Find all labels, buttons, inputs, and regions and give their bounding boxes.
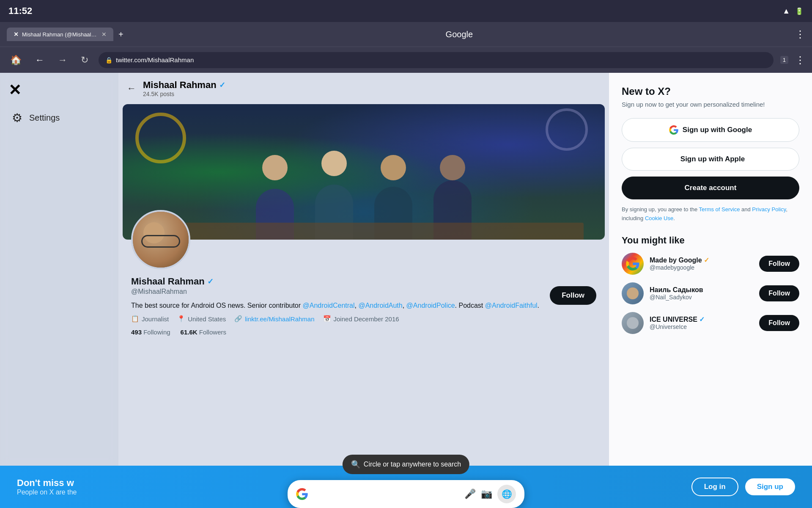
meta-joined: 📅 Joined December 2016 — [323, 315, 399, 323]
tab-close-button[interactable]: ✕ — [102, 31, 107, 38]
log-in-button[interactable]: Log in — [691, 478, 738, 496]
profile-header-nav: ← Mishaal Rahman ✓ 24.5K posts — [118, 73, 609, 104]
signup-apple-label: Sign up with Apple — [680, 155, 745, 163]
bio-link-androidpolice[interactable]: @AndroidPolice — [406, 302, 455, 309]
lens-button[interactable]: 📷 — [481, 489, 492, 500]
new-to-x-title: New to X? — [622, 86, 799, 97]
following-stat[interactable]: 493 Following — [131, 329, 170, 336]
meta-location: 📍 United States — [177, 315, 226, 323]
follow-ice-button[interactable]: Follow — [759, 315, 799, 331]
profile-avatar-section: Follow — [118, 210, 609, 269]
bio-link-androidfaithful[interactable]: @AndroidFaithful — [485, 302, 538, 309]
home-button[interactable]: 🏠 — [7, 51, 25, 69]
yml-handle-ice: @UniverseIce — [650, 323, 753, 330]
google-icon — [669, 125, 678, 135]
yml-avatar-google — [622, 253, 644, 275]
profile-avatar — [131, 210, 190, 269]
tab-title: Mishaal Rahman (@MishaalR... — [22, 31, 98, 38]
yml-handle-nail: @Nail_Sadykov — [650, 294, 753, 301]
new-tab-button[interactable]: + — [118, 30, 123, 39]
avatar-face — [133, 212, 189, 268]
page-count: 1 — [780, 56, 788, 64]
microphone-button[interactable]: 🎤 — [464, 489, 476, 500]
settings-icon: ⚙ — [12, 111, 22, 125]
profile-header-info: Mishaal Rahman ✓ 24.5K posts — [143, 80, 225, 97]
search-input[interactable] — [313, 490, 459, 499]
verified-gold-icon: ✓ — [704, 256, 709, 264]
profile-header-name: Mishaal Rahman ✓ — [143, 80, 225, 91]
yml-handle-google: @madebygoogle — [650, 264, 753, 271]
yml-item-ice: ICE UNIVERSE ✓ @UniverseIce Follow — [622, 312, 799, 334]
browser-tab[interactable]: ✕ Mishaal Rahman (@MishaalR... ✕ — [7, 28, 113, 41]
yml-avatar-nail — [622, 282, 644, 304]
google-avatar-icon — [626, 257, 639, 271]
verified-badge-profile: ✓ — [207, 277, 214, 286]
profile-avatar-wrapper — [131, 210, 609, 269]
nav-menu-button[interactable]: ⋮ — [795, 54, 805, 66]
wifi-icon: ▲ — [782, 7, 790, 16]
forward-button[interactable]: → — [55, 51, 71, 69]
verified-badge-header: ✓ — [219, 80, 225, 90]
signup-apple-button[interactable]: Sign up with Apple — [622, 148, 799, 171]
create-account-label: Create account — [685, 184, 737, 192]
profile-handle: @MishaalRahman — [131, 288, 596, 295]
meta-link: 🔗 linktr.ee/MishaalRahman — [234, 315, 314, 323]
profile-follow-button[interactable]: Follow — [550, 286, 596, 305]
bottom-actions: Log in Sign up — [691, 478, 795, 496]
google-search-bar[interactable]: 🎤 📷 🌐 — [288, 480, 524, 508]
meta-journalist: 📋 Journalist — [131, 315, 169, 323]
dont-miss-subtitle: People on X are the — [17, 489, 77, 496]
profile-website-link[interactable]: linktr.ee/MishaalRahman — [245, 315, 314, 323]
profile-bio: The best source for Android OS news. Sen… — [131, 301, 596, 311]
yml-name-google: Made by Google ✓ — [650, 256, 753, 264]
status-time: 11:52 — [8, 6, 32, 17]
you-might-like-title: You might like — [622, 235, 799, 246]
signup-google-button[interactable]: Sign up with Google — [622, 118, 799, 142]
location-icon: 📍 — [177, 315, 185, 323]
yml-avatar-ice — [622, 312, 644, 334]
sidebar-item-settings-label: Settings — [29, 113, 60, 123]
google-g-logo — [296, 488, 308, 500]
bio-link-androidcentral[interactable]: @AndroidCentral — [303, 302, 355, 309]
browser-title: Google — [129, 30, 790, 39]
yml-user-info-nail: Наиль Садыков @Nail_Sadykov — [650, 286, 753, 301]
create-account-button[interactable]: Create account — [622, 177, 799, 199]
you-might-like-section: You might like Made by Google ✓ — [622, 235, 799, 334]
tooltip-text: Circle or tap anywhere to search — [364, 461, 461, 468]
profile-stats: 493 Following 61.6K Followers — [131, 329, 596, 336]
browser-menu-button[interactable]: ⋮ — [795, 28, 805, 40]
followers-stat[interactable]: 61.6K Followers — [181, 329, 226, 336]
search-tooltip: 🔍 Circle or tap anywhere to search — [343, 455, 469, 474]
lock-icon: 🔒 — [105, 57, 112, 64]
back-button[interactable]: ← — [32, 51, 48, 69]
follow-google-button[interactable]: Follow — [759, 256, 799, 272]
profile-back-button[interactable]: ← — [127, 83, 136, 94]
sign-up-button[interactable]: Sign up — [745, 478, 795, 495]
new-to-x-subtitle: Sign up now to get your own personalized… — [622, 101, 799, 108]
yml-user-info-google: Made by Google ✓ @madebygoogle — [650, 256, 753, 271]
tab-favicon: ✕ — [14, 31, 19, 38]
translate-button[interactable]: 🌐 — [497, 485, 516, 503]
bottom-banner: Don't miss w People on X are the Log in … — [0, 466, 812, 508]
follow-nail-button[interactable]: Follow — [759, 285, 799, 301]
url-bar[interactable]: 🔒 twitter.com/MishaalRahman — [99, 52, 774, 68]
tos-link[interactable]: Terms of Service — [699, 206, 740, 213]
battery-icon: 🔋 — [795, 7, 804, 15]
sidebar-item-settings[interactable]: ⚙ Settings — [8, 108, 110, 128]
link-icon: 🔗 — [234, 315, 242, 323]
reload-button[interactable]: ↻ — [77, 51, 92, 69]
x-logo[interactable]: ✕ — [8, 81, 110, 99]
status-bar: 11:52 ▲ 🔋 — [0, 0, 812, 22]
posts-count: 24.5K posts — [143, 91, 225, 97]
nav-bar: 🏠 ← → ↻ 🔒 twitter.com/MishaalRahman 1 ⋮ — [0, 47, 812, 73]
yml-item-google: Made by Google ✓ @madebygoogle Follow — [622, 253, 799, 275]
bio-link-androidauth[interactable]: @AndroidAuth — [358, 302, 402, 309]
privacy-link[interactable]: Privacy Policy — [752, 206, 786, 213]
journalist-icon: 📋 — [131, 315, 139, 323]
yml-name-nail: Наиль Садыков — [650, 286, 753, 294]
cookie-link[interactable]: Cookie Use — [645, 215, 673, 221]
tos-text: By signing up, you agree to the Terms of… — [622, 205, 799, 223]
banner-gear-left — [135, 113, 186, 163]
sidebar: ✕ ⚙ Settings — [0, 73, 118, 466]
profile-display-name: Mishaal Rahman ✓ — [131, 276, 596, 287]
